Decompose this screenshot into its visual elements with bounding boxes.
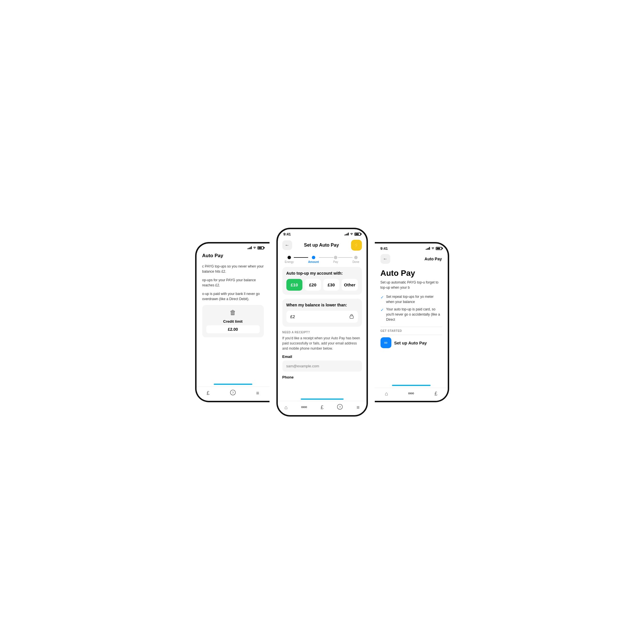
center-nav-home[interactable]: ⌂ (284, 405, 288, 411)
right-home-icon: ⌂ (385, 391, 388, 397)
right-nav-home[interactable]: ⌂ (385, 391, 388, 397)
svg-point-4 (303, 406, 305, 408)
signal-icon (247, 246, 252, 249)
balance-input-row: £2 (286, 311, 358, 323)
divider (381, 327, 442, 327)
svg-point-3 (301, 406, 303, 408)
journey-icon (301, 405, 307, 411)
svg-point-12 (413, 393, 414, 394)
amount-20-button[interactable]: £20 (305, 279, 321, 291)
left-body-text-2: op-ups for your PAYG your balance reache… (202, 278, 264, 288)
step-line-3 (338, 257, 352, 258)
credit-value: £2.00 (206, 325, 260, 333)
right-screen-content: ← Auto Pay Auto Pay Set up automatic PAY… (375, 252, 448, 385)
center-nav-journey[interactable] (301, 405, 307, 411)
balance-section-title: When my balance is lower than: (286, 303, 358, 307)
lightning-button[interactable]: ⚡ (351, 240, 362, 251)
left-body-text-3: o-up is paid with your bank ll never go … (202, 291, 264, 302)
step-dot-pay (334, 256, 337, 259)
right-pay-icon: £ (435, 391, 437, 397)
back-button[interactable]: ← (282, 240, 292, 250)
center-time: 9:41 (284, 232, 291, 236)
center-help-icon: ? (337, 404, 343, 411)
amount-30-button[interactable]: £30 (323, 279, 340, 291)
receipt-heading: NEED A RECEIPT? (282, 331, 362, 334)
credit-card: 🗑 Credit limit £2.00 (202, 305, 264, 337)
center-pay-icon: £ (321, 405, 324, 411)
step-label-amount: Amount (308, 260, 319, 263)
left-nav-menu[interactable]: ≡ (256, 390, 259, 396)
right-nav-journey[interactable] (408, 391, 414, 397)
center-menu-icon: ≡ (356, 405, 360, 411)
battery-icon (257, 246, 264, 249)
home-icon: ⌂ (284, 405, 288, 411)
setup-autopay-button[interactable]: ∞ Set up Auto Pay (381, 337, 442, 348)
divider-2 (381, 335, 442, 335)
right-journey-icon (408, 391, 414, 397)
center-battery-icon (354, 233, 361, 236)
svg-point-5 (305, 406, 307, 408)
receipt-section: NEED A RECEIPT? If you'd like a receipt … (282, 331, 362, 379)
center-header-title: Set up Auto Pay (292, 243, 351, 248)
right-status-bar: 9:41 (375, 243, 448, 252)
autopay-desc: Set up automatic PAYG top-u forget to to… (381, 280, 442, 290)
right-back-button[interactable]: ← (381, 254, 390, 264)
pay-icon: £ (207, 390, 209, 396)
lock-icon (349, 314, 354, 320)
feature-item-2: ✓ Your auto top-up is paid card, so you'… (381, 307, 442, 322)
email-label: Email (282, 354, 362, 359)
left-nav-pay[interactable]: £ (207, 390, 209, 396)
feature-list: ✓ Set repeat top-ups for yo meter when y… (381, 294, 442, 322)
center-status-bar: 9:41 (278, 229, 366, 237)
center-nav-help[interactable]: ? (337, 404, 343, 411)
right-nav-bar: ⌂ £ (375, 388, 448, 401)
right-bottom-indicator (392, 385, 431, 386)
left-status-bar (197, 243, 270, 251)
center-signal-icon (344, 233, 349, 235)
balance-value: £2 (290, 314, 295, 319)
step-label-pay: Pay (333, 260, 338, 263)
menu-icon: ≡ (256, 390, 259, 396)
step-line-1 (294, 257, 308, 258)
center-scroll-area[interactable]: Auto top-up my account with: £10 £20 £30… (278, 265, 366, 399)
step-dot-energy (288, 256, 291, 259)
right-phone: 9:41 ← Auto Pay (375, 242, 449, 402)
amount-section: Auto top-up my account with: £10 £20 £30… (282, 267, 362, 295)
help-icon: ? (230, 390, 236, 397)
right-time: 9:41 (381, 246, 388, 251)
setup-btn-label: Set up Auto Pay (394, 340, 427, 345)
amount-10-button[interactable]: £10 (286, 279, 303, 291)
progress-steps: Energy Amount Pay Done (278, 253, 366, 265)
step-label-energy: Energy (285, 260, 294, 263)
left-nav-help[interactable]: ? (230, 390, 236, 397)
svg-point-10 (409, 393, 410, 394)
receipt-text: If you'd like a receipt when your Auto P… (282, 336, 362, 351)
center-nav-bar: ⌂ £ (278, 401, 366, 415)
step-label-done: Done (352, 260, 359, 263)
center-nav-pay[interactable]: £ (321, 405, 324, 411)
get-started-label: GET STARTED (381, 329, 442, 332)
amount-other-button[interactable]: Other (342, 279, 358, 291)
left-phone: Auto Pay c PAYG top-ups so you never whe… (195, 242, 270, 402)
step-dot-amount (312, 256, 315, 259)
step-dot-done (354, 256, 358, 259)
feature-text-1: Set repeat top-ups for yo meter when you… (386, 294, 442, 304)
svg-point-11 (411, 393, 412, 394)
email-input[interactable] (282, 360, 362, 372)
center-header: ← Set up Auto Pay ⚡ (278, 237, 366, 253)
right-signal-icon (426, 247, 430, 250)
svg-text:?: ? (232, 391, 234, 394)
infinity-icon: ∞ (381, 337, 391, 348)
balance-section: When my balance is lower than: £2 (282, 299, 362, 327)
center-phone: 9:41 ← Set up Auto Pay ⚡ (276, 228, 368, 417)
right-battery-icon (436, 247, 442, 250)
center-nav-menu[interactable]: ≡ (356, 405, 360, 411)
left-page-title: Auto Pay (202, 251, 264, 261)
right-nav-pay[interactable]: £ (435, 391, 437, 397)
scene: Auto Pay c PAYG top-ups so you never whe… (165, 228, 479, 417)
check-icon-2: ✓ (381, 307, 384, 322)
left-bottom-indicator (214, 384, 252, 385)
left-nav-bar: £ ? ≡ (197, 387, 270, 401)
center-wifi-icon (350, 233, 353, 235)
credit-label: Credit limit (223, 319, 243, 324)
